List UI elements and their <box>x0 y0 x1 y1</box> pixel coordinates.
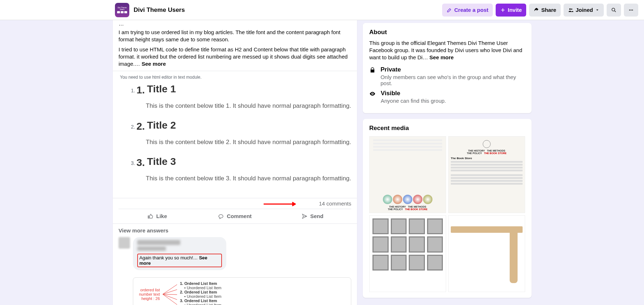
create-post-button[interactable]: Create a post <box>442 4 493 17</box>
like-icon <box>148 213 153 219</box>
post-paragraph-2: I tried to use HTML code to define title… <box>119 46 351 68</box>
send-icon <box>302 213 307 219</box>
privacy-row: Private Only members can see who's in th… <box>369 66 525 86</box>
comment-button[interactable]: Comment <box>196 209 274 223</box>
embedded-item-1: 1.Title 1 This is the content below titl… <box>136 83 351 110</box>
like-button[interactable]: Like <box>119 209 196 223</box>
post-action-bar: Like Comment Send <box>119 209 351 223</box>
group-avatar[interactable]: Divi Theme Users <box>115 3 129 17</box>
svg-line-10 <box>163 294 177 295</box>
visibility-title: Visible <box>381 90 446 97</box>
post-card: … I am trying to use ordered list in my … <box>113 17 357 305</box>
send-button[interactable]: Send <box>274 209 351 223</box>
svg-line-8 <box>163 285 177 294</box>
invite-button[interactable]: Invite <box>496 4 526 17</box>
share-icon <box>533 7 539 13</box>
annotation-highlight-box: Again thank you so much!… See more <box>137 254 222 267</box>
compose-icon <box>446 7 452 13</box>
view-more-answers[interactable]: View more answers <box>119 227 351 234</box>
svg-line-9 <box>163 290 177 294</box>
privacy-title: Private <box>380 66 525 73</box>
about-heading: About <box>369 29 525 36</box>
recent-media-heading: Recent media <box>369 125 525 132</box>
about-see-more[interactable]: See more <box>430 54 454 60</box>
commenter-sub-blurred <box>137 246 166 251</box>
plus-icon <box>500 7 506 13</box>
comment-row: Again thank you so much!… See more <box>119 237 351 270</box>
lock-icon <box>369 66 376 86</box>
recent-media-card: Recent media THE HISTORY THE METHODSTHE … <box>363 119 532 298</box>
svg-point-0 <box>569 8 571 10</box>
svg-point-1 <box>571 8 572 9</box>
post-truncated-header: … <box>119 20 351 27</box>
attachment-list: 1. Ordered List Item • Unordered List It… <box>180 281 222 305</box>
share-button[interactable]: Share <box>529 4 561 17</box>
embedded-item-3: 3.Title 3 This is the content below titl… <box>136 156 351 182</box>
svg-point-3 <box>629 9 630 10</box>
svg-point-4 <box>631 9 632 10</box>
svg-line-11 <box>163 294 177 300</box>
comments-count-row: 14 comments <box>113 198 357 209</box>
about-description: This group is the official Elegant Theme… <box>369 40 525 61</box>
group-title[interactable]: Divi Theme Users <box>134 6 185 14</box>
joined-button[interactable]: Joined <box>564 4 604 17</box>
dots-icon <box>628 7 634 13</box>
media-thumb-1[interactable]: THE HISTORY THE METHODSTHE POLICY THE BO… <box>369 136 446 213</box>
svg-point-2 <box>612 8 615 11</box>
comments-count-link[interactable]: 14 comments <box>319 200 351 207</box>
eye-icon <box>369 90 376 104</box>
attachment-arrows <box>163 282 177 305</box>
embedded-hint: You need to use html editor in text modu… <box>120 75 351 80</box>
comment-attachment[interactable]: ordered list number text height : 26 1. … <box>133 277 351 305</box>
group-header-bar: Divi Theme Users Divi Theme Users Create… <box>0 0 644 20</box>
post-embedded-image[interactable]: You need to use html editor in text modu… <box>113 71 357 198</box>
media-thumb-4[interactable] <box>448 215 525 292</box>
attachment-label: ordered list number text height : 26 <box>138 288 160 301</box>
more-button[interactable] <box>624 4 638 17</box>
commenter-name-blurred <box>137 240 180 245</box>
svg-line-12 <box>163 294 177 305</box>
about-card: About This group is the official Elegant… <box>363 23 532 113</box>
comment-bubble[interactable]: Again thank you so much!… See more <box>133 237 226 270</box>
annotation-arrow <box>264 201 296 205</box>
commenter-avatar[interactable] <box>119 237 130 249</box>
post-paragraph-1: I am trying to use ordered list in my bl… <box>119 29 351 43</box>
svg-marker-7 <box>292 202 296 206</box>
embedded-item-2: 2.Title 2 This is the content below titl… <box>136 120 351 146</box>
chevron-down-icon <box>595 8 599 12</box>
media-thumb-3[interactable] <box>369 215 446 292</box>
svg-point-5 <box>632 9 633 10</box>
search-icon <box>611 7 617 13</box>
visibility-sub: Anyone can find this group. <box>381 98 446 104</box>
media-thumb-2[interactable]: THE HISTORY THE METHODSTHE POLICY THE BO… <box>448 136 525 213</box>
privacy-sub: Only members can see who's in the group … <box>380 74 525 86</box>
people-icon <box>568 7 574 13</box>
search-button[interactable] <box>607 4 621 17</box>
comment-icon <box>218 213 224 219</box>
post-see-more[interactable]: See more <box>142 61 166 67</box>
visibility-row: Visible Anyone can find this group. <box>369 90 525 104</box>
